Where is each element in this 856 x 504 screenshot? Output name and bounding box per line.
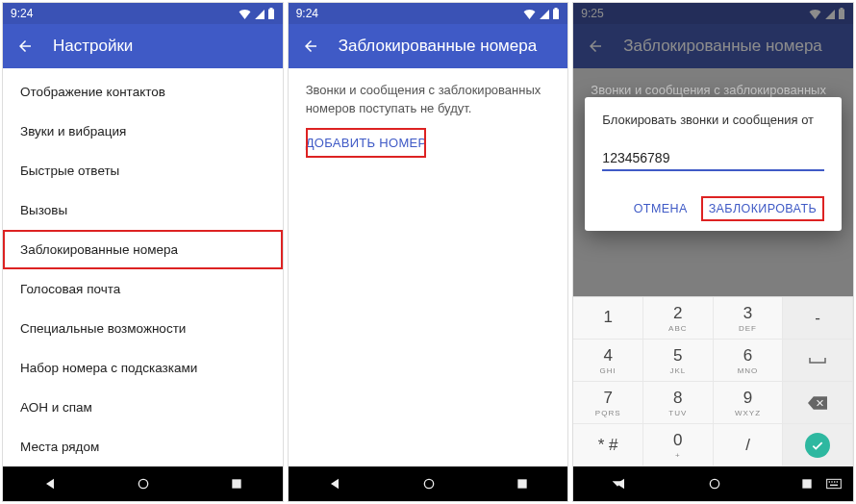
status-time: 9:24	[11, 7, 239, 20]
item-sounds-vibration[interactable]: Звуки и вибрация	[3, 112, 283, 151]
appbar-title: Заблокированные номера	[623, 37, 821, 56]
key-slash[interactable]: /	[714, 424, 784, 466]
item-caller-id-spam[interactable]: АОН и спам	[3, 388, 283, 427]
back-icon	[587, 38, 604, 55]
nav-recents-icon[interactable]	[230, 477, 243, 491]
statusbar: 9:24	[289, 3, 568, 24]
appbar: Настройки	[3, 24, 283, 68]
battery-icon	[267, 8, 275, 19]
screen-block-dialog: 9:25 Заблокированные номера Звонки и соо…	[572, 2, 854, 502]
key-5[interactable]: 5JKL	[643, 340, 714, 382]
navbar	[573, 466, 853, 501]
item-assisted-dialing[interactable]: Набор номера с подсказками	[3, 348, 283, 388]
key-9[interactable]: 9WXYZ	[714, 382, 784, 424]
item-quick-responses[interactable]: Быстрые ответы	[3, 151, 283, 190]
key-backspace[interactable]	[783, 382, 853, 424]
back-icon[interactable]	[16, 38, 34, 55]
svg-point-0	[139, 479, 148, 488]
item-nearby-places[interactable]: Места рядом	[3, 427, 283, 466]
item-voicemail[interactable]: Голосовая почта	[3, 269, 283, 309]
nav-keyboard-icon[interactable]	[826, 478, 842, 490]
nav-recents-icon[interactable]	[800, 477, 814, 491]
statusbar: 9:24	[3, 3, 283, 24]
nav-home-icon[interactable]	[707, 476, 722, 491]
svg-rect-9	[834, 481, 835, 482]
status-icons	[809, 8, 845, 19]
battery-icon	[838, 8, 845, 19]
nav-back-icon-kb[interactable]	[610, 476, 625, 491]
nav-back-icon[interactable]	[42, 476, 58, 491]
key-0[interactable]: 0+	[643, 424, 714, 466]
key-dash[interactable]: -	[783, 297, 853, 340]
key-3[interactable]: 3DEF	[714, 297, 784, 340]
appbar: Заблокированные номера	[289, 24, 568, 68]
numeric-keypad: 1 2ABC 3DEF - 4GHI 5JKL 6MNO 7PQRS 8TUV …	[573, 296, 853, 466]
svg-point-4	[710, 479, 718, 488]
back-icon[interactable]	[302, 38, 319, 55]
nav-back-icon[interactable]	[327, 476, 342, 491]
key-star-hash[interactable]: * #	[573, 424, 643, 466]
backspace-icon	[808, 396, 827, 410]
item-blocked-numbers[interactable]: Заблокированные номера	[3, 230, 283, 269]
key-8[interactable]: 8TUV	[643, 382, 714, 424]
navbar	[289, 466, 568, 501]
nav-home-icon[interactable]	[136, 476, 151, 491]
phone-number-input[interactable]	[602, 146, 824, 171]
status-icons	[239, 8, 275, 19]
item-accessibility[interactable]: Специальные возможности	[3, 309, 283, 348]
block-dialog: Блокировать звонки и сообщения от ОТМЕНА…	[585, 97, 842, 231]
block-button[interactable]: ЗАБЛОКИРОВАТЬ	[701, 196, 824, 221]
wifi-icon	[239, 9, 251, 19]
svg-rect-10	[837, 481, 838, 482]
svg-rect-7	[829, 481, 830, 482]
wifi-icon	[809, 9, 821, 19]
nav-home-icon[interactable]	[421, 476, 437, 491]
svg-point-2	[424, 479, 433, 488]
status-icons	[523, 8, 560, 19]
svg-rect-11	[830, 485, 838, 486]
status-time: 9:25	[581, 7, 809, 20]
appbar: Заблокированные номера	[573, 24, 853, 68]
key-done[interactable]	[783, 424, 853, 466]
screen-blocked-numbers: 9:24 Заблокированные номера Звонки и соо…	[288, 2, 569, 502]
svg-rect-6	[827, 479, 842, 488]
description-text: Звонки и сообщения с заблокированных ном…	[289, 68, 568, 128]
key-2[interactable]: 2ABC	[643, 297, 714, 340]
wifi-icon	[523, 9, 536, 19]
add-number-button[interactable]: ДОБАВИТЬ НОМЕР	[306, 128, 427, 158]
signal-icon	[824, 9, 835, 19]
status-time: 9:24	[296, 7, 524, 20]
svg-rect-1	[232, 479, 240, 488]
key-1[interactable]: 1	[573, 297, 643, 340]
nav-recents-icon[interactable]	[516, 477, 529, 491]
key-7[interactable]: 7PQRS	[573, 382, 643, 424]
navbar	[3, 466, 283, 501]
signal-icon	[539, 9, 549, 19]
appbar-title: Заблокированные номера	[339, 37, 537, 56]
screen-settings: 9:24 Настройки Отображение контактов Зву…	[2, 2, 284, 502]
item-contacts-display[interactable]: Отображение контактов	[3, 72, 283, 112]
statusbar: 9:25	[573, 3, 853, 24]
item-calls[interactable]: Вызовы	[3, 190, 283, 230]
signal-icon	[254, 9, 264, 19]
key-space[interactable]	[783, 340, 853, 382]
battery-icon	[552, 8, 560, 19]
done-icon	[805, 433, 830, 458]
dialog-actions: ОТМЕНА ЗАБЛОКИРОВАТЬ	[602, 196, 824, 221]
appbar-title: Настройки	[53, 37, 133, 56]
settings-list: Отображение контактов Звуки и вибрация Б…	[3, 68, 283, 470]
svg-rect-5	[803, 479, 812, 488]
cancel-button[interactable]: ОТМЕНА	[626, 196, 695, 221]
dialog-title: Блокировать звонки и сообщения от	[602, 113, 824, 127]
key-6[interactable]: 6MNO	[714, 340, 784, 382]
svg-rect-3	[517, 479, 526, 488]
key-4[interactable]: 4GHI	[573, 340, 643, 382]
svg-rect-8	[831, 481, 832, 482]
space-icon	[808, 356, 827, 365]
